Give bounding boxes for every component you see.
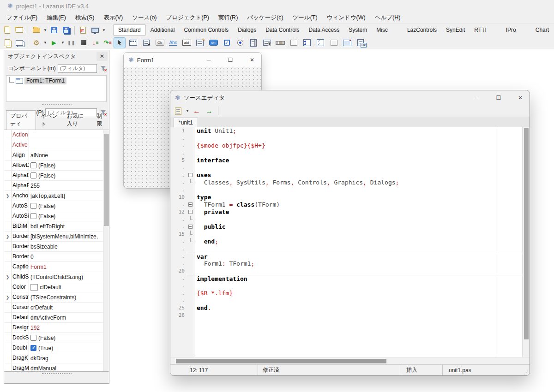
menu-item-s[interactable]: 検索(S)	[71, 12, 99, 23]
property-value[interactable]: dkDrag	[29, 353, 103, 363]
menu-item-h[interactable]: ヘルプ(H)	[370, 12, 405, 23]
toggle-form-unit-icon[interactable]: ⇄	[78, 25, 89, 36]
step-into-icon[interactable]: ↓≡	[90, 37, 101, 48]
palette-tab-dialogs[interactable]: Dialogs	[233, 25, 261, 35]
palette-tradiobutton-icon[interactable]	[234, 37, 246, 48]
fold-collapse-icon[interactable]	[188, 210, 193, 214]
close-icon[interactable]: ✕	[243, 53, 261, 67]
new-form-icon[interactable]	[14, 25, 25, 36]
navigate-forward-icon[interactable]: →	[204, 107, 215, 115]
fold-collapse-icon[interactable]	[188, 173, 193, 177]
property-value[interactable]: (False)	[29, 333, 103, 343]
property-value[interactable]: (False)	[29, 160, 103, 170]
palette-tgroupbox-icon[interactable]	[288, 37, 300, 48]
menu-item-f[interactable]: ファイル(F)	[2, 12, 42, 23]
palette-tcombobox-icon[interactable]	[261, 37, 273, 48]
property-row[interactable]: CursorcrDefault	[4, 303, 103, 313]
property-row[interactable]: Doubl(True)	[4, 343, 103, 353]
palette-tlabel-icon[interactable]: Abc	[167, 37, 179, 48]
view-forms-icon[interactable]	[14, 37, 25, 48]
property-row[interactable]: AllowD(False)	[4, 160, 103, 171]
property-value[interactable]: 255	[29, 181, 103, 190]
property-value[interactable]: (TControlChildSizing)	[29, 272, 103, 282]
palette-tab-standard[interactable]: Standard	[113, 24, 146, 36]
editor-vscrollbar[interactable]	[522, 127, 530, 357]
checkbox-checked-icon[interactable]	[30, 345, 36, 351]
property-value[interactable]: (True)	[29, 343, 103, 353]
palette-tbutton-icon[interactable]: Ok	[154, 37, 166, 48]
property-row[interactable]: Border0	[4, 252, 103, 262]
inspector-tab-1[interactable]: イベント	[37, 111, 62, 130]
property-value[interactable]: bsSizeable	[29, 242, 103, 251]
new-unit-icon[interactable]	[2, 25, 13, 36]
expand-arrow-icon[interactable]: ❯	[4, 272, 12, 282]
scrollbar-thumb[interactable]	[176, 359, 386, 363]
expand-arrow-icon[interactable]: ❯	[4, 232, 12, 241]
jump-list-icon[interactable]	[173, 106, 184, 116]
property-row[interactable]: ❯Border[biSystemMenu,biMinimize,	[4, 232, 103, 242]
component-filter-input[interactable]	[58, 64, 97, 73]
property-row[interactable]: AlphaB255	[4, 181, 103, 191]
menu-item-e[interactable]: 編集(E)	[42, 12, 71, 23]
property-grid-scrollbar[interactable]	[103, 130, 109, 371]
property-row[interactable]: DockS(False)	[4, 333, 103, 343]
palette-tab-chart[interactable]: Chart	[531, 25, 554, 35]
tree-item-form1[interactable]: Form1: TForm1	[9, 77, 106, 84]
code-editor[interactable]: 1unit Unit1;..{$mode objfpc}{$H+}.5inter…	[170, 127, 530, 357]
palette-tab-ipro[interactable]: IPro	[501, 25, 521, 35]
property-row[interactable]: BiDiMbdLeftToRight	[4, 221, 103, 232]
menu-item-o[interactable]: ソース(o)	[127, 12, 161, 23]
view-windows-icon[interactable]	[90, 25, 101, 36]
view-source-icon[interactable]	[2, 37, 13, 48]
property-value[interactable]: Form1	[29, 262, 103, 272]
menu-item-w[interactable]: ウィンドウ(W)	[322, 12, 370, 23]
palette-tab-lazcontrols[interactable]: LazControls	[403, 25, 441, 35]
palette-tab-synedit[interactable]: SynEdit	[441, 25, 470, 35]
expand-arrow-icon[interactable]: ❯	[4, 292, 12, 302]
palette-tscrollbar-icon[interactable]	[274, 37, 286, 48]
editor-hscrollbar[interactable]	[170, 357, 530, 364]
property-row[interactable]: AutoS(False)	[4, 201, 103, 211]
close-icon[interactable]: ✕	[511, 90, 530, 105]
component-tree[interactable]: Form1: TForm1	[6, 75, 107, 102]
fold-collapse-icon[interactable]	[188, 225, 193, 229]
palette-tab-additional[interactable]: Additional	[146, 25, 180, 35]
palette-tab-common-controls[interactable]: Common Controls	[179, 25, 233, 35]
property-row[interactable]: AutoSi(False)	[4, 211, 103, 221]
chevron-down-icon[interactable]: ▼	[60, 37, 65, 48]
property-row[interactable]: DragKdkDrag	[4, 353, 103, 363]
property-value[interactable]: [akTop,akLeft]	[29, 191, 103, 201]
property-row[interactable]: Active	[4, 140, 103, 150]
menu-item-r[interactable]: 実行(R)	[214, 12, 242, 23]
palette-tlistbox-icon[interactable]	[247, 37, 259, 48]
property-row[interactable]: Desigr192	[4, 323, 103, 333]
menu-item-p[interactable]: プロジェクト(P)	[162, 12, 214, 23]
palette-tab-data-access[interactable]: Data Access	[304, 25, 344, 35]
property-row[interactable]: ColorclDefault	[4, 282, 103, 292]
property-row[interactable]: DefauldmActiveForm	[4, 313, 103, 323]
chevron-down-icon[interactable]: ▼	[43, 25, 48, 36]
property-row[interactable]: Action	[4, 130, 103, 140]
expand-arrow-icon[interactable]: ❯	[4, 191, 12, 201]
palette-tframe-icon[interactable]	[341, 37, 353, 48]
fold-gutter[interactable]	[187, 172, 194, 179]
property-row[interactable]: ❯Ancho[akTop,akLeft]	[4, 191, 103, 201]
chevron-down-icon[interactable]: ▼	[185, 106, 190, 116]
property-value[interactable]: 192	[29, 323, 103, 333]
minimize-icon[interactable]: ─	[199, 53, 218, 67]
checkbox-unchecked-icon[interactable]	[30, 335, 36, 341]
palette-tactionlist-icon[interactable]: Ok	[355, 37, 367, 48]
open-icon[interactable]	[31, 25, 42, 36]
palette-tpanel-icon[interactable]	[328, 37, 340, 48]
property-row[interactable]: ❯ChildS(TControlChildSizing)	[4, 272, 103, 282]
fold-gutter[interactable]	[187, 201, 194, 208]
palette-tpopupmenu-icon[interactable]	[140, 37, 152, 48]
filter-funnel-icon[interactable]: ✕	[99, 109, 107, 116]
pause-icon[interactable]: ❚❚	[66, 37, 77, 48]
palette-tradiogroup-icon[interactable]	[301, 37, 313, 48]
menu-item-v[interactable]: 表示(V)	[99, 12, 127, 23]
property-value[interactable]: 0	[29, 252, 103, 261]
palette-tab-data-controls[interactable]: Data Controls	[261, 25, 304, 35]
splitter-handle[interactable]	[42, 373, 72, 374]
checkbox-unchecked-icon[interactable]	[30, 203, 36, 209]
